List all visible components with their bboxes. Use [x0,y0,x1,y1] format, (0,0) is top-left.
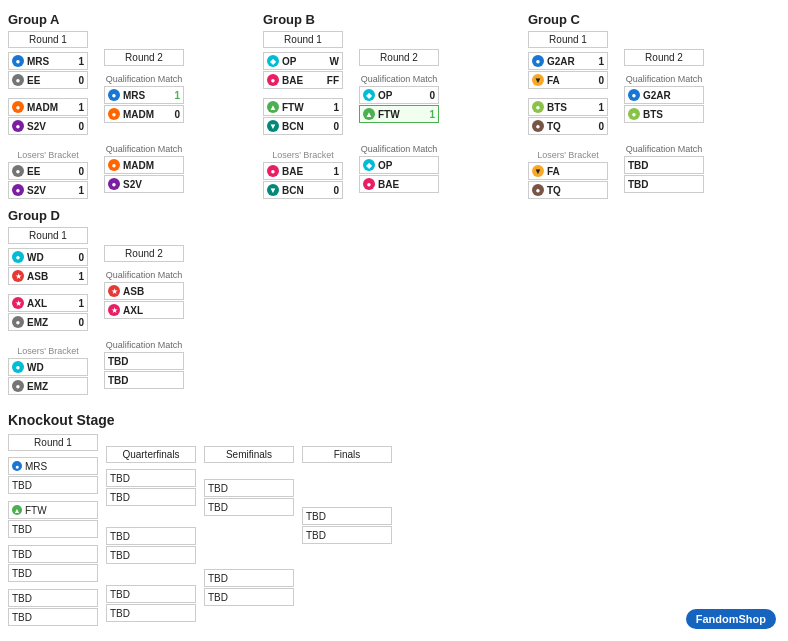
table-row: TBD [106,488,196,506]
team-name: OP [378,90,425,101]
ko-match: TBD TBD [106,585,196,623]
ko-match: TBD TBD [204,479,294,517]
team-icon: ★ [108,285,120,297]
team-name: S2V [27,121,74,132]
table-row: TBD [302,507,392,525]
table-row: ● BAE FF [263,71,343,89]
team-score: 0 [74,317,84,328]
table-row: ▼ BCN 0 [263,181,343,199]
team-name: TBD [108,356,180,367]
team-name: TBD [110,531,192,542]
team-score: 0 [329,121,339,132]
table-row: TBD [624,175,704,193]
table-row: TBD [204,588,294,606]
team-icon: ● [12,184,24,196]
table-row: ● S2V 0 [8,117,88,135]
team-icon: ● [532,120,544,132]
team-name: ASB [27,271,74,282]
team-icon: ● [12,165,24,177]
team-name: TBD [306,530,388,541]
team-score: 0 [74,75,84,86]
team-icon: ▲ [267,101,279,113]
team-score: 1 [74,298,84,309]
team-icon: ★ [12,297,24,309]
table-row: TBD [8,520,98,538]
table-row: ● MADM 1 [8,98,88,116]
team-name: MADM [123,109,170,120]
team-score: 1 [329,102,339,113]
qual-match2-label: Qualification Match [104,144,184,154]
team-icon: ● [532,184,544,196]
team-name: TQ [547,185,604,196]
team-icon: ▼ [267,184,279,196]
team-name: BAE [378,179,435,190]
table-row: TBD [106,546,196,564]
group-c-r1-header: Round 1 [528,31,608,48]
group-c-r2-header: Round 2 [624,49,704,66]
table-row: ● G2AR 1 [528,52,608,70]
team-icon: ● [12,316,24,328]
team-name: TBD [12,480,94,491]
table-row: ▲ FTW 1 [359,105,439,123]
ko-match: TBD TBD [106,469,196,507]
team-name: EMZ [27,381,84,392]
team-icon: ● [267,165,279,177]
team-score: 1 [74,185,84,196]
ko-match: TBD TBD [302,507,392,545]
qual-match-label: Qualification Match [104,74,184,84]
table-row: ● MRS 1 [8,52,88,70]
team-score: 1 [594,102,604,113]
team-score: 1 [74,56,84,67]
ko-match: TBD TBD [106,527,196,565]
table-row: ◆ OP [359,156,439,174]
table-row: ● BAE 1 [263,162,343,180]
group-b-label: Group B [263,12,528,27]
team-name: TBD [12,612,94,623]
team-name: FTW [378,109,425,120]
table-row: ▼ FA [528,162,608,180]
fandom-badge[interactable]: FandomShop [686,609,776,629]
team-name: S2V [123,179,180,190]
team-score: 0 [74,252,84,263]
team-name: EMZ [27,317,74,328]
team-icon: ● [267,74,279,86]
qual-match-b1-label: Qualification Match [359,74,439,84]
ko-match: ● MRS TBD [8,457,98,495]
table-row: ★ AXL [104,301,184,319]
table-row: ● BTS [624,105,704,123]
team-icon: ★ [108,304,120,316]
ko-match: TBD TBD [8,545,98,583]
team-name: AXL [27,298,74,309]
team-icon: ● [12,74,24,86]
team-name: TBD [306,511,388,522]
table-row: ▲ FTW [8,501,98,519]
team-name: S2V [27,185,74,196]
team-name: EE [27,166,74,177]
team-name: OP [282,56,329,67]
table-row: TBD [106,604,196,622]
team-name: BTS [643,109,700,120]
table-row: ● EMZ [8,377,88,395]
table-row: ● G2AR [624,86,704,104]
qual-match-d1-label: Qualification Match [104,270,184,280]
team-name: WD [27,362,84,373]
table-row: TBD [106,527,196,545]
team-name: BCN [282,185,329,196]
table-row: ● S2V [104,175,184,193]
team-score: 0 [594,75,604,86]
group-a-r2-header: Round 2 [104,49,184,66]
table-row: ★ AXL 1 [8,294,88,312]
team-icon: ▼ [267,120,279,132]
losers-bracket-c-label: Losers' Bracket [537,150,599,160]
table-row: ◆ OP W [263,52,343,70]
team-name: TBD [208,483,290,494]
group-a-label: Group A [8,12,263,27]
team-score: 1 [74,102,84,113]
team-name: G2AR [643,90,700,101]
table-row: TBD [8,589,98,607]
ko-match: TBD TBD [204,569,294,607]
table-row: TBD [8,476,98,494]
team-name: EE [27,75,74,86]
ko-r1-header: Round 1 [8,434,98,451]
team-name: FA [547,166,604,177]
